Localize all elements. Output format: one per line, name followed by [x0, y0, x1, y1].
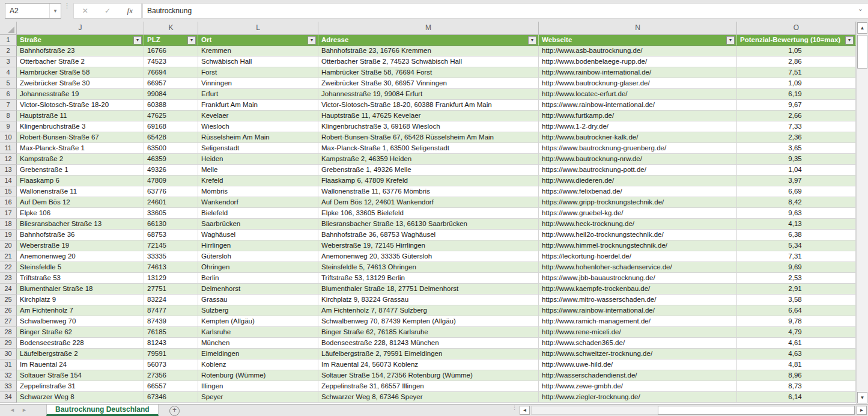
cell-strasse[interactable]: Zeppelinstraße 31	[17, 381, 144, 392]
cell-bewertung[interactable]: 3,65	[737, 143, 856, 154]
cell-plz[interactable]: 13129	[144, 273, 198, 284]
cell-plz[interactable]: 47809	[144, 176, 198, 186]
cell-adresse[interactable]: Kirchplatz 9, 83224 Grassau	[318, 295, 539, 305]
cell-strasse[interactable]: Soltauer Straße 154	[17, 370, 144, 381]
cell-webseite[interactable]: http://www.furtkamp.de/	[539, 111, 737, 121]
cell-plz[interactable]: 27356	[144, 370, 198, 381]
cell-ort[interactable]: Heiden	[198, 154, 318, 165]
previous-sheet-icon[interactable]: ◄	[10, 407, 15, 413]
cell-webseite[interactable]: http://www.kaempfe-trockenbau.de/	[539, 284, 737, 295]
cell-strasse[interactable]: Victor-Slotosch-Straße 18-20	[17, 100, 144, 111]
cell-bewertung[interactable]: 1,09	[737, 78, 856, 89]
row-number[interactable]: 30	[0, 349, 17, 359]
row-number[interactable]: 10	[0, 132, 17, 143]
cell-ort[interactable]: Frankfurt Am Main	[198, 100, 318, 111]
row-number[interactable]: 2	[0, 46, 17, 57]
next-sheet-icon[interactable]: ►	[22, 407, 27, 413]
cell-adresse[interactable]: Im Rauental 24, 56073 Koblenz	[318, 359, 539, 370]
cell-adresse[interactable]: Elpke 106, 33605 Bielefeld	[318, 208, 539, 219]
cell-strasse[interactable]: Triftstraße 53	[17, 273, 144, 284]
cell-plz[interactable]: 33335	[144, 251, 198, 262]
cell-adresse[interactable]: Grebenstraße 1, 49326 Melle	[318, 165, 539, 176]
filter-icon[interactable]: ▾	[187, 36, 196, 44]
cell-plz[interactable]: 76694	[144, 67, 198, 78]
cell-ort[interactable]: Berlin	[198, 273, 318, 284]
row-number[interactable]: 23	[0, 273, 17, 284]
row-number[interactable]: 16	[0, 197, 17, 208]
cell-strasse[interactable]: Wallonenstraße 11	[17, 186, 144, 197]
cell-adresse[interactable]: Binger Straße 62, 76185 Karlsruhe	[318, 327, 539, 338]
cell-bewertung[interactable]: 6,14	[737, 392, 856, 403]
cell-webseite[interactable]: http://www.bodenbelaege-rupp.de/	[539, 57, 737, 67]
cell-ort[interactable]: Krefeld	[198, 176, 318, 186]
row-number[interactable]: 17	[0, 208, 17, 219]
cell-webseite[interactable]: http://www.rene-miceli.de/	[539, 327, 737, 338]
cell-adresse[interactable]: Zweibrücker Straße 30, 66957 Vinningen	[318, 78, 539, 89]
column-letter-J[interactable]: J	[17, 22, 144, 34]
cell-ort[interactable]: Vinningen	[198, 78, 318, 89]
cell-plz[interactable]: 72145	[144, 240, 198, 251]
cell-plz[interactable]: 47625	[144, 111, 198, 121]
filter-icon[interactable]: ▾	[528, 36, 536, 44]
cell-plz[interactable]: 74523	[144, 57, 198, 67]
row-number[interactable]: 32	[0, 370, 17, 381]
cell-adresse[interactable]: Klingenbruchstraße 3, 69168 Wiesloch	[318, 121, 539, 132]
cell-strasse[interactable]: Grebenstraße 1	[17, 165, 144, 176]
cell-ort[interactable]: Waghäusel	[198, 230, 318, 240]
cell-adresse[interactable]: Soltauer Straße 154, 27356 Rotenburg (Wü…	[318, 370, 539, 381]
cell-bewertung[interactable]: 4,61	[737, 338, 856, 349]
filter-icon[interactable]: ▾	[133, 36, 142, 44]
cell-webseite[interactable]: http://www.asb-bautrocknung.de/	[539, 46, 737, 57]
cell-plz[interactable]: 87439	[144, 316, 198, 327]
cell-plz[interactable]: 63776	[144, 186, 198, 197]
row-number[interactable]: 34	[0, 392, 17, 403]
cell-ort[interactable]: Karlsruhe	[198, 327, 318, 338]
cell-adresse[interactable]: Robert-Bunsen-Straße 67, 65428 Rüsselshe…	[318, 132, 539, 143]
row-number[interactable]: 12	[0, 154, 17, 165]
cell-adresse[interactable]: Kampstraße 2, 46359 Heiden	[318, 154, 539, 165]
cell-webseite[interactable]: http://www.himmel-trocknungstechnik.de/	[539, 240, 737, 251]
cell-bewertung[interactable]: 1,05	[737, 46, 856, 57]
cell-adresse[interactable]: Victor-Slotosch-Straße 18-20, 60388 Fran…	[318, 100, 539, 111]
cell-ort[interactable]: Grassau	[198, 295, 318, 305]
cell-adresse[interactable]: Schwalbenweg 70, 87439 Kempten (Allgäu)	[318, 316, 539, 327]
cell-bewertung[interactable]: 4,79	[737, 327, 856, 338]
cell-adresse[interactable]: Steinsfeldle 5, 74613 Öhringen	[318, 262, 539, 273]
cell-strasse[interactable]: Hauptstraße 11	[17, 111, 144, 121]
header-plz[interactable]: PLZ▾	[144, 35, 198, 46]
cell-webseite[interactable]: http://www.ziegler-trocknung.de/	[539, 392, 737, 403]
cell-bewertung[interactable]: 3,97	[737, 176, 856, 186]
cell-ort[interactable]: Gütersloh	[198, 251, 318, 262]
cell-plz[interactable]: 66130	[144, 219, 198, 230]
cell-ort[interactable]: Melle	[198, 165, 318, 176]
column-letter-K[interactable]: K	[144, 22, 198, 34]
cell-webseite[interactable]: http://www.hohenloher-schadenservice.de/	[539, 262, 737, 273]
cell-plz[interactable]: 87477	[144, 305, 198, 316]
cell-webseite[interactable]: http://www.locatec-erfurt.de/	[539, 89, 737, 100]
cell-bewertung[interactable]: 2,86	[737, 57, 856, 67]
cell-strasse[interactable]: Schwalbenweg 70	[17, 316, 144, 327]
cell-ort[interactable]: Rüsselsheim Am Main	[198, 132, 318, 143]
enter-icon[interactable]: ✓	[99, 7, 117, 15]
cell-bewertung[interactable]: 9,63	[737, 208, 856, 219]
cell-ort[interactable]: Koblenz	[198, 359, 318, 370]
cell-strasse[interactable]: Johannesstraße 19	[17, 89, 144, 100]
cell-plz[interactable]: 74613	[144, 262, 198, 273]
cell-webseite[interactable]: http://www.bautrocknung-nrw.de/	[539, 154, 737, 165]
cell-strasse[interactable]: Bahnhofstraße 36	[17, 230, 144, 240]
row-number[interactable]: 20	[0, 240, 17, 251]
cell-bewertung[interactable]: 6,64	[737, 305, 856, 316]
cell-plz[interactable]: 66957	[144, 78, 198, 89]
cell-bewertung[interactable]: 7,33	[737, 121, 856, 132]
cell-ort[interactable]: Kempten (Allgäu)	[198, 316, 318, 327]
cell-strasse[interactable]: Bliesransbacher Straße 13	[17, 219, 144, 230]
cell-plz[interactable]: 69168	[144, 121, 198, 132]
cell-adresse[interactable]: Johannesstraße 19, 99084 Erfurt	[318, 89, 539, 100]
cell-ort[interactable]: Öhringen	[198, 262, 318, 273]
cell-webseite[interactable]: http://www.heil2o-trocknungstechnik.de/	[539, 230, 737, 240]
cell-adresse[interactable]: Flaaskamp 6, 47809 Krefeld	[318, 176, 539, 186]
vertical-scrollbar-thumb[interactable]	[857, 35, 867, 69]
sheet-tab-active[interactable]: Bautrocknung Deutschland	[46, 405, 159, 416]
cell-plz[interactable]: 49326	[144, 165, 198, 176]
cell-webseite[interactable]: http://www.uwe-hild.de/	[539, 359, 737, 370]
